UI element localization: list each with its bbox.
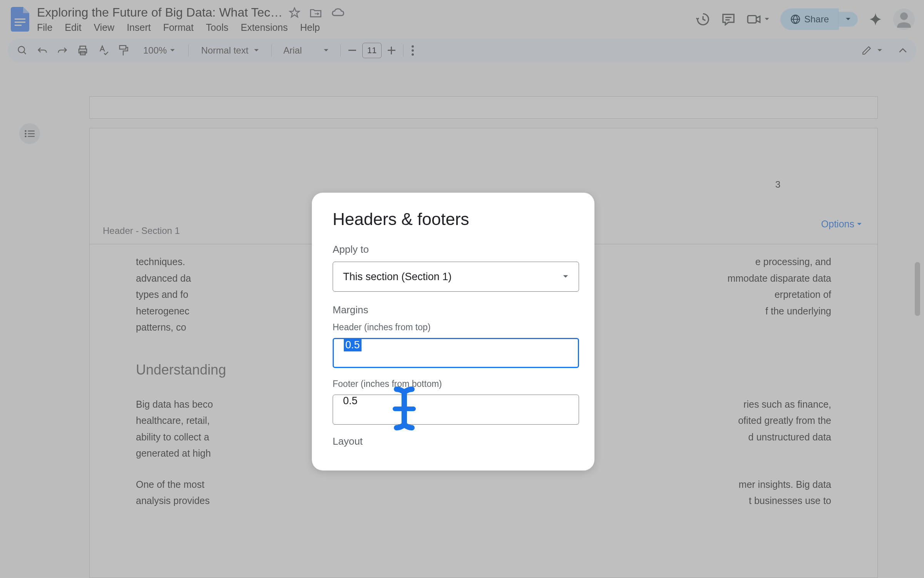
vertical-scrollbar[interactable] xyxy=(915,262,920,316)
share-dropdown[interactable] xyxy=(838,12,858,27)
svg-rect-23 xyxy=(28,136,35,137)
footer-margin-label: Footer (inches from bottom) xyxy=(333,379,574,389)
svg-rect-19 xyxy=(28,131,35,131)
options-label: Options xyxy=(821,218,854,230)
apply-to-label: Apply to xyxy=(333,244,574,255)
zoom-select[interactable]: 100% xyxy=(138,43,181,58)
menu-view[interactable]: View xyxy=(94,22,114,33)
spellcheck-icon[interactable] xyxy=(98,45,109,56)
header-margin-value: 0.5 xyxy=(344,338,362,351)
menu-file[interactable]: File xyxy=(37,22,52,33)
style-value: Normal text xyxy=(201,45,248,56)
svg-point-9 xyxy=(18,47,25,53)
comments-icon[interactable] xyxy=(721,12,736,27)
menu-help[interactable]: Help xyxy=(300,22,320,33)
menu-format[interactable]: Format xyxy=(163,22,194,33)
toolbar-divider xyxy=(403,44,403,57)
share-button[interactable]: Share xyxy=(780,8,839,30)
decrease-font-icon[interactable] xyxy=(348,50,356,51)
svg-point-8 xyxy=(900,12,908,20)
history-icon[interactable] xyxy=(696,12,710,27)
page-end xyxy=(89,96,878,119)
editing-mode-select[interactable] xyxy=(856,42,888,59)
svg-point-17 xyxy=(412,54,414,56)
menu-edit[interactable]: Edit xyxy=(65,22,81,33)
share-label: Share xyxy=(804,14,829,25)
font-value: Arial xyxy=(283,45,302,56)
svg-rect-12 xyxy=(348,50,356,51)
header-margin-input[interactable]: 0.5 xyxy=(333,338,579,368)
svg-rect-11 xyxy=(120,45,126,49)
document-title[interactable]: Exploring the Future of Big Data: What T… xyxy=(37,5,283,20)
menu-extensions[interactable]: Extensions xyxy=(241,22,288,33)
docs-logo-icon[interactable] xyxy=(9,5,31,34)
apply-to-select[interactable]: This section (Section 1) xyxy=(333,262,579,292)
layout-label: Layout xyxy=(333,435,574,447)
header-margin-label: Header (inches from top) xyxy=(333,322,574,333)
svg-point-20 xyxy=(25,133,27,135)
move-icon[interactable] xyxy=(310,7,322,18)
svg-rect-14 xyxy=(388,50,395,51)
toolbar-divider xyxy=(188,44,189,57)
svg-point-16 xyxy=(412,49,414,52)
svg-rect-0 xyxy=(15,18,25,20)
svg-rect-5 xyxy=(748,16,756,23)
margins-label: Margins xyxy=(333,304,574,316)
svg-rect-24 xyxy=(393,407,416,411)
menu-tools[interactable]: Tools xyxy=(206,22,228,33)
font-family-select[interactable]: Arial xyxy=(280,43,333,58)
search-icon[interactable] xyxy=(17,45,28,56)
outline-toggle-icon[interactable] xyxy=(19,123,40,144)
zoom-value: 100% xyxy=(143,45,167,56)
text-cursor-icon xyxy=(389,385,420,432)
increase-font-icon[interactable] xyxy=(388,47,395,54)
star-icon[interactable] xyxy=(289,7,300,18)
print-icon[interactable] xyxy=(77,45,89,56)
svg-point-18 xyxy=(25,130,27,132)
toolbar-divider xyxy=(340,44,341,57)
font-size-input[interactable] xyxy=(362,43,382,58)
svg-line-10 xyxy=(24,52,26,54)
collapse-icon[interactable] xyxy=(899,48,907,53)
gemini-icon[interactable] xyxy=(869,12,882,26)
svg-point-22 xyxy=(25,136,27,138)
user-avatar[interactable] xyxy=(893,8,915,30)
svg-rect-1 xyxy=(15,22,25,23)
footer-margin-input[interactable]: 0.5 xyxy=(333,395,579,425)
undo-icon[interactable] xyxy=(37,46,48,55)
page-number[interactable]: 3 xyxy=(775,179,780,190)
headers-footers-dialog: Headers & footers Apply to This section … xyxy=(312,193,594,470)
toolbar-divider xyxy=(271,44,272,57)
more-icon[interactable] xyxy=(411,45,414,56)
cloud-status-icon[interactable] xyxy=(331,8,345,18)
dialog-title: Headers & footers xyxy=(333,210,574,229)
header-options-dropdown[interactable]: Options xyxy=(821,218,862,230)
menu-insert[interactable]: Insert xyxy=(127,22,151,33)
svg-rect-2 xyxy=(15,25,22,26)
paragraph-style-select[interactable]: Normal text xyxy=(196,43,264,58)
redo-icon[interactable] xyxy=(57,46,68,55)
apply-to-value: This section (Section 1) xyxy=(343,271,452,283)
paint-format-icon[interactable] xyxy=(118,44,129,57)
svg-point-15 xyxy=(412,45,414,48)
footer-margin-value: 0.5 xyxy=(343,395,358,407)
meet-icon[interactable] xyxy=(747,13,770,25)
svg-rect-21 xyxy=(28,133,35,134)
